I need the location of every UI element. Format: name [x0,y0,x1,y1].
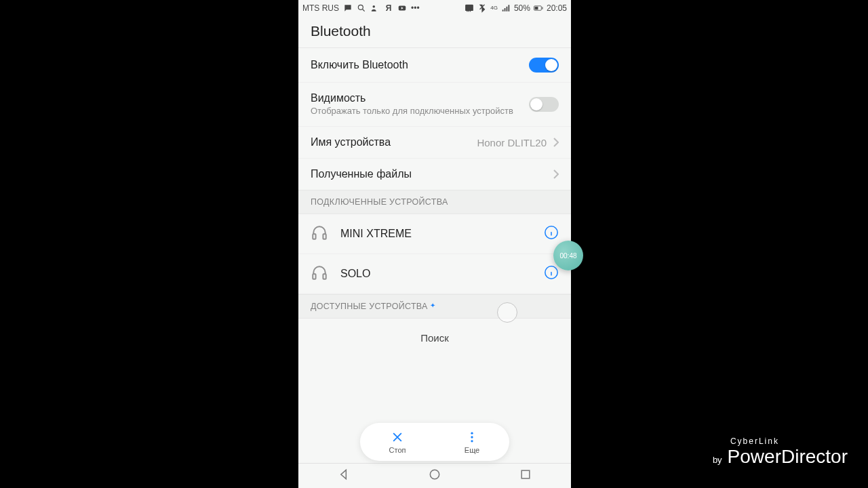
chat-icon [343,3,353,13]
headphones-icon [311,224,328,244]
status-bar: MTS RUS Я ••• 4G 50% 20:05 [298,0,571,16]
device-name-value: Honor DLITL20 [477,137,547,148]
enable-bluetooth-label: Включить Bluetooth [311,59,522,71]
watermark-brand: CyberLink [730,436,848,446]
received-files-label: Полученные файлы [311,168,547,180]
row-received-files[interactable]: Полученные файлы [298,159,571,190]
row-visibility[interactable]: Видимость Отображать только для подключе… [298,83,571,127]
enable-bluetooth-toggle[interactable] [529,58,559,73]
device-name: MINI XTREME [340,228,532,240]
network-type: 4G [490,5,498,11]
android-nav-bar [298,463,571,488]
cast-icon [465,3,474,13]
svg-rect-10 [313,274,315,279]
person-add-icon [370,3,380,13]
phone-frame: MTS RUS Я ••• 4G 50% 20:05 Bluetooth Вкл… [298,0,571,488]
carrier-label: MTS RUS [302,3,339,13]
battery-pct: 50% [514,3,530,13]
nav-home-button[interactable] [428,468,441,484]
nav-recent-button[interactable] [519,468,532,484]
svg-point-1 [373,5,376,7]
stop-button[interactable]: Стоп [360,423,435,461]
svg-point-0 [358,5,363,9]
screen-recorder-bubble[interactable]: 00:48 [553,241,583,270]
bluetooth-icon [477,3,487,13]
watermark-by: by [713,455,722,465]
battery-icon [534,3,543,13]
page-title: Bluetooth [311,23,559,39]
row-enable-bluetooth[interactable]: Включить Bluetooth [298,48,571,83]
svg-point-13 [471,432,473,434]
yandex-icon: Я [384,3,393,13]
paired-device-row[interactable]: MINI XTREME [298,214,571,254]
search-icon [357,3,366,13]
svg-point-16 [430,470,439,479]
chevron-right-icon [553,138,559,147]
device-name: SOLO [340,268,532,280]
svg-rect-8 [323,234,326,239]
page-header: Bluetooth [298,16,571,48]
bottom-action-bar: Стоп Еще [360,423,509,461]
clock: 20:05 [547,3,567,13]
svg-point-14 [471,436,473,438]
visibility-toggle[interactable] [529,97,559,112]
svg-point-15 [471,440,473,442]
stop-label: Стоп [389,446,406,454]
youtube-icon [397,3,407,13]
chevron-right-icon [553,169,559,179]
headphones-icon [311,264,328,284]
powerdirector-watermark: CyberLink by PowerDirector [713,436,848,468]
svg-rect-17 [521,470,530,479]
watermark-product: PowerDirector [728,446,848,468]
touch-indicator [497,302,517,323]
section-paired: ПОДКЛЮЧЕННЫЕ УСТРОЙСТВА [298,190,571,214]
svg-rect-5 [542,7,542,9]
device-name-label: Имя устройства [311,136,470,148]
visibility-sub: Отображать только для подключенных устро… [311,106,522,117]
svg-rect-6 [535,7,538,9]
visibility-label: Видимость [311,92,522,104]
svg-rect-7 [313,234,315,239]
svg-rect-3 [466,5,473,10]
scanning-label: Поиск [298,319,571,357]
svg-rect-11 [323,274,326,279]
more-label: Еще [465,446,479,454]
section-available: ДОСТУПНЫЕ УСТРОЙСТВА ✦ [298,294,571,319]
nav-back-button[interactable] [337,468,351,484]
section-available-label: ДОСТУПНЫЕ УСТРОЙСТВА [311,302,428,311]
recorder-time: 00:48 [559,252,576,260]
paired-device-row[interactable]: SOLO [298,254,571,294]
info-icon[interactable] [544,225,559,243]
more-button[interactable]: Еще [435,423,509,461]
info-icon[interactable] [544,265,559,283]
row-device-name[interactable]: Имя устройства Honor DLITL20 [298,127,571,159]
signal-icon [501,3,511,13]
more-dots-icon: ••• [411,3,420,13]
